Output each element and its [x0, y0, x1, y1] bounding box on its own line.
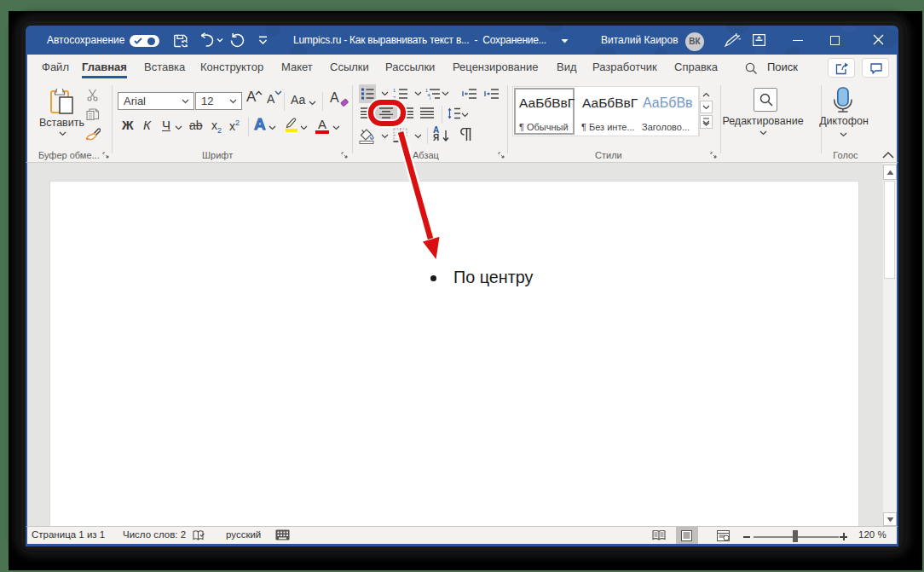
svg-text:1: 1 — [393, 88, 396, 93]
svg-text:i: i — [430, 95, 430, 100]
